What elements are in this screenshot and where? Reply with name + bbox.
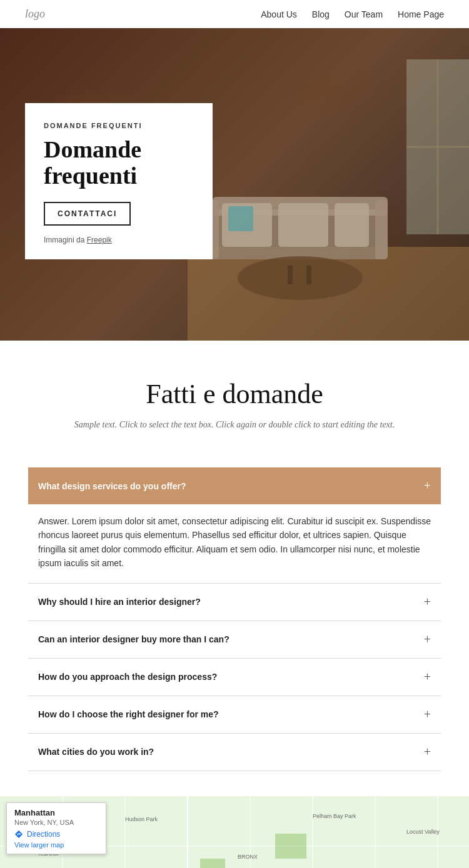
faq-icon-5: + bbox=[424, 745, 431, 759]
image-credit: Immagini da Freepik bbox=[44, 236, 194, 244]
map-location-title: Manhattan bbox=[14, 808, 98, 817]
svg-text:BRONX: BRONX bbox=[238, 854, 258, 860]
svg-text:Hudson Park: Hudson Park bbox=[125, 816, 158, 822]
svg-rect-10 bbox=[288, 266, 293, 284]
faq-question-0: What design services do you offer? bbox=[38, 481, 186, 491]
logo: logo bbox=[25, 7, 45, 21]
svg-rect-6 bbox=[278, 203, 328, 247]
svg-rect-29 bbox=[200, 859, 225, 868]
map-info-box: Manhattan New York, NY, USA Directions V… bbox=[6, 802, 106, 854]
faq-container: What design services do you offer? + Ans… bbox=[16, 467, 453, 771]
freepik-link[interactable]: Freepik bbox=[87, 236, 112, 244]
faq-icon-1: + bbox=[424, 595, 431, 609]
hero-card: DOMANDE FREQUENTI Domande frequenti CONT… bbox=[25, 103, 213, 259]
map-section: New York MANHATTAN Hackensack Hudson Par… bbox=[0, 796, 469, 868]
faq-icon-3: + bbox=[424, 670, 431, 684]
directions-icon bbox=[14, 830, 23, 839]
directions-label: Directions bbox=[27, 830, 60, 839]
hero-card-label: DOMANDE FREQUENTI bbox=[44, 122, 194, 129]
faq-item-4: How do I choose the right designer for m… bbox=[28, 696, 441, 734]
faq-item-1: Why should I hire an interior designer? … bbox=[28, 584, 441, 621]
faq-question-4: How do I choose the right designer for m… bbox=[38, 709, 219, 719]
svg-rect-8 bbox=[228, 206, 253, 231]
faq-header-2[interactable]: Can an interior designer buy more than I… bbox=[28, 621, 441, 658]
faq-header-4[interactable]: How do I choose the right designer for m… bbox=[28, 696, 441, 733]
faq-item-2: Can an interior designer buy more than I… bbox=[28, 621, 441, 659]
section-title: Fatti e domande bbox=[25, 378, 444, 410]
faq-icon-4: + bbox=[424, 707, 431, 722]
map-location-address: New York, NY, USA bbox=[14, 819, 98, 826]
hero-card-title: Domande frequenti bbox=[44, 137, 194, 189]
svg-point-9 bbox=[238, 256, 363, 300]
contattaci-button[interactable]: CONTATTACI bbox=[44, 202, 131, 226]
nav-links: About Us Blog Our Team Home Page bbox=[261, 9, 444, 19]
faq-question-2: Can an interior designer buy more than I… bbox=[38, 634, 229, 644]
faq-question-3: How do you approach the design process? bbox=[38, 672, 217, 682]
faq-answer-0: Answer. Lorem ipsum dolor sit amet, cons… bbox=[28, 504, 441, 583]
nav-our-team[interactable]: Our Team bbox=[345, 9, 383, 19]
svg-rect-11 bbox=[306, 266, 311, 284]
nav-blog[interactable]: Blog bbox=[312, 9, 330, 19]
faq-header-1[interactable]: Why should I hire an interior designer? … bbox=[28, 584, 441, 621]
faq-header-0[interactable]: What design services do you offer? + bbox=[28, 467, 441, 504]
faq-item-0: What design services do you offer? + Ans… bbox=[28, 467, 441, 584]
faq-question-1: Why should I hire an interior designer? bbox=[38, 597, 201, 607]
svg-rect-7 bbox=[335, 203, 369, 247]
view-larger-map-link[interactable]: View larger map bbox=[14, 841, 98, 849]
svg-rect-30 bbox=[275, 834, 306, 859]
map-directions-link[interactable]: Directions bbox=[14, 830, 98, 839]
svg-text:Locust Valley: Locust Valley bbox=[406, 829, 440, 835]
faq-header-3[interactable]: How do you approach the design process? … bbox=[28, 659, 441, 696]
nav-about-us[interactable]: About Us bbox=[261, 9, 297, 19]
section-subtitle: Sample text. Click to select the text bo… bbox=[25, 420, 444, 430]
svg-text:Pelham Bay Park: Pelham Bay Park bbox=[313, 813, 356, 819]
nav-home-page[interactable]: Home Page bbox=[398, 9, 444, 19]
svg-rect-4 bbox=[375, 200, 388, 259]
faq-question-5: What cities do you work in? bbox=[38, 747, 154, 757]
hero-section: DOMANDE FREQUENTI Domande frequenti CONT… bbox=[0, 28, 469, 341]
navbar: logo About Us Blog Our Team Home Page bbox=[0, 0, 469, 28]
faq-icon-0: + bbox=[424, 479, 431, 493]
faq-item-5: What cities do you work in? + bbox=[28, 734, 441, 771]
faq-header-5[interactable]: What cities do you work in? + bbox=[28, 734, 441, 771]
faq-item-3: How do you approach the design process? … bbox=[28, 659, 441, 696]
main-section: Fatti e domande Sample text. Click to se… bbox=[0, 341, 469, 467]
faq-icon-2: + bbox=[424, 632, 431, 647]
